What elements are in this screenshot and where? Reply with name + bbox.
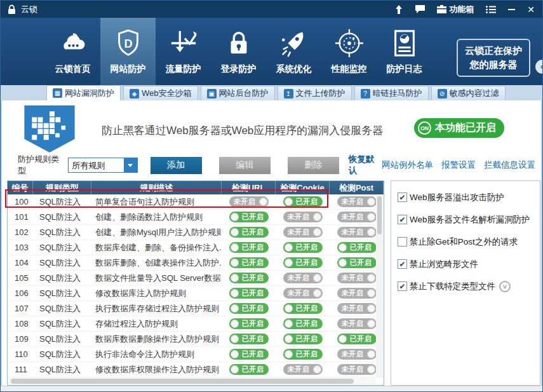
detect-cookie-toggle[interactable]: 未开启	[283, 288, 323, 299]
svg-text:D: D	[124, 37, 132, 50]
detect-cookie-toggle[interactable]: 未开启	[283, 212, 323, 222]
detect-url-toggle[interactable]: 已开启	[229, 212, 269, 222]
edit-button[interactable]: 编辑	[219, 157, 271, 174]
chevron-down-icon[interactable]	[124, 158, 137, 172]
add-button[interactable]: 添加	[151, 157, 202, 174]
table-row[interactable]: 111SQL防注入修改数据库权限操作注入防护规则已开启未开启未开启	[8, 362, 384, 377]
detect-cookie-toggle[interactable]: 已开启	[283, 334, 323, 344]
toggle-label: 已开启	[293, 243, 321, 252]
detect-post-toggle[interactable]: 未开启	[337, 318, 377, 329]
rule-description: 数据库删除、创建表操作注入防护...	[91, 257, 222, 269]
nav-item-system-optimize[interactable]: 系统优化	[266, 18, 321, 85]
detect-cookie-toggle[interactable]: 已开启	[283, 257, 323, 268]
tab-content-filter[interactable]: ⊘敏感内容过滤	[431, 86, 506, 100]
detect-post-toggle[interactable]: 未开启	[337, 288, 377, 299]
horizontal-scrollbar[interactable]	[8, 377, 375, 384]
detect-post-toggle[interactable]: 未开启	[337, 364, 377, 375]
detect-post-toggle[interactable]: 未开启	[337, 227, 377, 238]
feedback-icon[interactable]	[415, 5, 425, 13]
checkbox-unchecked[interactable]	[398, 237, 407, 247]
detect-post-toggle[interactable]: 未开启	[337, 349, 377, 360]
detect-url-toggle[interactable]: 已开启	[229, 334, 269, 344]
table-row[interactable]: 105SQL防注入数据文件批量导入SQL Server数据...已开启未开启未开…	[8, 271, 384, 286]
toggle-label: 已开启	[293, 334, 321, 344]
table-row[interactable]: 110SQL防注入执行非法命令注入防护规则已开启已开启未开启	[8, 347, 384, 362]
checkbox-checked[interactable]: ✔	[398, 193, 407, 202]
detect-url-toggle[interactable]: 已开启	[229, 364, 269, 375]
detect-post-toggle[interactable]: 已开启	[337, 334, 377, 344]
tab-label: 敏感内容过滤	[450, 88, 499, 99]
table-row[interactable]: 100SQL防注入简单复合语句注入防护规则未开启已开启未开启	[8, 194, 384, 210]
toggle-knob-icon	[285, 198, 293, 206]
menu-list-icon[interactable]	[486, 6, 496, 13]
horizontal-scrollbar-thumb[interactable]	[11, 379, 354, 384]
detect-url-toggle[interactable]: 已开启	[229, 273, 269, 283]
checkbox-checked[interactable]: ✔	[398, 281, 407, 291]
detect-cookie-toggle[interactable]: 已开启	[283, 349, 323, 360]
table-row[interactable]: 107SQL防注入执行数据库存储过程注入防护规则已开启已开启未开启	[8, 301, 384, 316]
minimize-button[interactable]	[508, 9, 515, 10]
toggle-knob-icon	[367, 228, 375, 236]
feature-description: 防止黑客通过Web服务器或Web应用程序的漏洞入侵服务器	[102, 123, 383, 138]
detect-post-toggle[interactable]: 未开启	[337, 303, 377, 314]
detect-cookie-toggle[interactable]: 已开启	[283, 303, 323, 314]
nav-item-traffic-protection[interactable]: 流量防护	[156, 18, 211, 85]
vertical-scrollbar[interactable]	[376, 195, 383, 377]
detect-url-toggle[interactable]: 未开启	[229, 196, 269, 207]
restore-default-link[interactable]: 恢复默认	[349, 154, 382, 177]
nav-item-home[interactable]: 云锁首页	[45, 18, 100, 85]
close-button[interactable]: ✕	[527, 4, 535, 15]
settings-link-0[interactable]: 网站例外名单	[382, 159, 433, 171]
nav-item-website-protection[interactable]: D网站防护	[100, 18, 156, 85]
detect-url-toggle[interactable]: 已开启	[229, 227, 269, 238]
table-row[interactable]: 109SQL防注入数据库数据删除操作注入防护规则已开启已开启已开启	[8, 332, 384, 347]
tab-web-sandbox[interactable]: ◈Web安全沙箱	[123, 86, 198, 100]
vertical-scrollbar-thumb[interactable]	[377, 196, 382, 234]
table-row[interactable]: 102SQL防注入创建、删除Mysql用户注入防护规则已开启未开启未开启	[8, 225, 384, 240]
detect-cookie-toggle[interactable]: 未开启	[283, 364, 323, 375]
toggle-knob-icon	[231, 335, 239, 343]
table-row[interactable]: 106SQL防注入修改数据库注入防护规则已开启未开启未开启	[8, 286, 384, 301]
table-row[interactable]: 103SQL防注入数据库创建、删除、备份操作注入...已开启已开启已开启	[8, 240, 384, 255]
tab-file-upload[interactable]: ↥文件上传防护	[278, 86, 352, 100]
settings-link-1[interactable]: 报警设置	[441, 159, 476, 171]
detect-post-toggle[interactable]: 已开启	[337, 257, 377, 268]
tab-site-backend[interactable]: ▣网站后台防护	[201, 86, 275, 100]
detect-cookie-toggle[interactable]: 未开启	[283, 227, 323, 238]
table-row[interactable]: 104SQL防注入数据库删除、创建表操作注入防护...已开启已开启已开启	[8, 255, 384, 271]
detect-cookie-toggle[interactable]: 已开启	[283, 318, 323, 329]
nav-item-protection-log[interactable]: 防护日志	[377, 18, 432, 85]
nav-item-login-protection[interactable]: 登录防护	[211, 18, 266, 85]
rule-type-select[interactable]: 所有规则	[68, 158, 137, 173]
detect-url-toggle[interactable]: 已开启	[229, 288, 269, 299]
tab-dark-link[interactable]: ?暗链挂马防护	[354, 86, 429, 100]
delete-button[interactable]: 删除	[288, 157, 339, 174]
detect-url-toggle[interactable]: 已开启	[229, 242, 269, 253]
table-row[interactable]: 101SQL防注入创建、删除函数注入防护规则已开启未开启未开启	[8, 210, 384, 225]
rule-type: SQL防注入	[33, 196, 91, 208]
detect-cookie-toggle[interactable]: 未开启	[283, 273, 323, 283]
detect-url-toggle[interactable]: 已开启	[229, 303, 269, 314]
checkbox-checked[interactable]: ✔	[398, 259, 407, 269]
feature-enabled-button[interactable]: ON 本功能已开启	[414, 118, 504, 138]
detect-url-toggle[interactable]: 已开启	[229, 318, 269, 329]
detect-url-toggle[interactable]: 已开启	[229, 257, 269, 268]
detect-cookie-toggle[interactable]: 已开启	[283, 196, 323, 207]
settings-link-2[interactable]: 拦截信息设置	[484, 159, 535, 171]
tab-web-vulnerability[interactable]: ▦网站漏洞防护	[46, 85, 121, 100]
detect-post-toggle[interactable]: 未开启	[337, 212, 377, 222]
detect-url-cell: 已开启	[222, 242, 276, 253]
detect-post-toggle[interactable]: 未开启	[337, 273, 377, 283]
upgrade-icon[interactable]	[394, 5, 403, 14]
rule-description: 创建、删除Mysql用户注入防护规则	[91, 227, 222, 238]
toolbox-button[interactable]: 功能箱	[437, 4, 474, 15]
detect-post-toggle[interactable]: 未开启	[337, 196, 377, 207]
nav-item-performance-monitor[interactable]: 性能监控	[321, 18, 377, 85]
table-row[interactable]: 108SQL防注入存储过程注入防护规则已开启已开启未开启	[8, 316, 384, 332]
detect-url-toggle[interactable]: 已开启	[229, 349, 269, 360]
detect-cookie-toggle[interactable]: 已开启	[283, 242, 323, 253]
checkbox-checked[interactable]: ✔	[398, 215, 407, 224]
expand-chevron-icon[interactable]: ˅	[499, 281, 511, 292]
detect-post-toggle[interactable]: 已开启	[337, 242, 377, 253]
collapse-arrow-icon[interactable]: «	[535, 60, 543, 74]
